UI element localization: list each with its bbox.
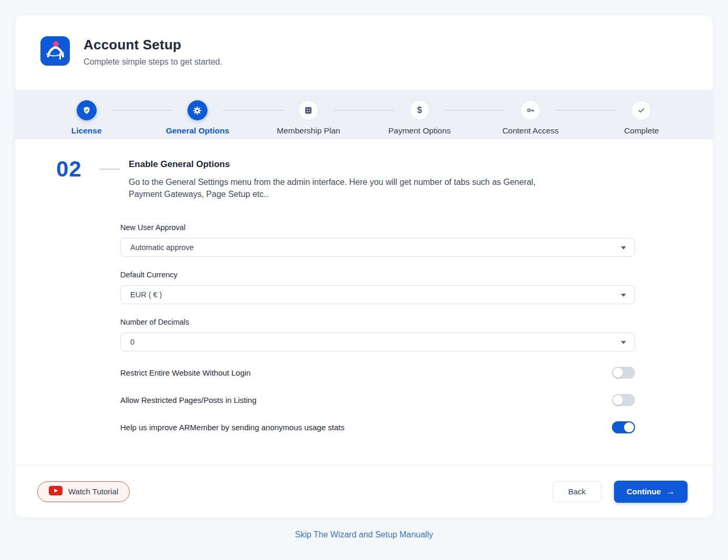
restrict-website-label: Restrict Entire Website Without Login xyxy=(120,368,251,377)
step-label-content-access: Content Access xyxy=(502,126,559,136)
divider-dash xyxy=(99,169,120,170)
number-of-decimals-value: 0 xyxy=(130,338,134,346)
number-of-decimals-label: Number of Decimals xyxy=(120,318,635,326)
toggle-row-restrict-website: Restrict Entire Website Without Login xyxy=(120,366,635,379)
step-label-membership-plan: Membership Plan xyxy=(277,126,340,136)
chevron-down-icon xyxy=(621,294,626,297)
usage-stats-toggle[interactable] xyxy=(612,421,635,433)
toggle-row-usage-stats: Help us improve ARMember by sending anon… xyxy=(120,421,635,433)
default-currency-select[interactable]: EUR ( € ) xyxy=(120,285,635,304)
default-currency-value: EUR ( € ) xyxy=(130,291,162,299)
step-content: 02 Enable General Options Go to the Gene… xyxy=(15,139,713,465)
chevron-down-icon xyxy=(621,246,626,250)
step-content-access[interactable]: Content Access xyxy=(475,100,586,139)
step-complete[interactable]: Complete xyxy=(586,100,697,139)
general-options-form: New User Approval Automatic approve Defa… xyxy=(120,223,635,433)
step-description: Go to the General Settings menu from the… xyxy=(129,177,565,200)
toggle-knob xyxy=(624,422,634,432)
arrow-right-icon: → xyxy=(666,486,675,497)
back-button[interactable]: Back xyxy=(553,481,601,502)
watch-tutorial-button[interactable]: Watch Tutorial xyxy=(37,481,130,502)
allow-restricted-listing-label: Allow Restricted Pages/Posts in Listing xyxy=(120,396,256,405)
wizard-footer: Watch Tutorial Back Continue → xyxy=(15,465,713,517)
dollar-icon: $ xyxy=(410,100,430,120)
account-setup-card: Account Setup Complete simple steps to g… xyxy=(15,15,713,518)
new-user-approval-select[interactable]: Automatic approve xyxy=(120,238,635,257)
key-icon xyxy=(521,100,540,120)
field-number-of-decimals: Number of Decimals 0 xyxy=(120,318,635,351)
step-number: 02 xyxy=(56,158,99,180)
new-user-approval-label: New User Approval xyxy=(120,223,635,232)
chevron-down-icon xyxy=(621,341,626,344)
step-label-general-options: General Options xyxy=(166,126,230,136)
check-icon xyxy=(631,100,651,120)
toggle-row-allow-restricted-listing: Allow Restricted Pages/Posts in Listing xyxy=(120,393,635,406)
header: Account Setup Complete simple steps to g… xyxy=(15,15,713,90)
field-default-currency: Default Currency EUR ( € ) xyxy=(120,271,635,304)
setup-stepper: License General Options xyxy=(15,90,713,139)
step-membership-plan[interactable]: Membership Plan xyxy=(253,100,364,139)
default-currency-label: Default Currency xyxy=(120,271,635,279)
step-label-license: License xyxy=(71,126,102,136)
page-title: Account Setup xyxy=(84,37,222,53)
step-heading: Enable General Options xyxy=(129,158,565,170)
field-new-user-approval: New User Approval Automatic approve xyxy=(120,223,635,257)
allow-restricted-listing-toggle[interactable] xyxy=(612,394,635,406)
step-license[interactable]: License xyxy=(31,100,142,139)
step-info: Enable General Options Go to the General… xyxy=(129,158,565,200)
shield-check-icon xyxy=(77,100,97,120)
toggle-knob xyxy=(613,368,623,378)
step-label-payment-options: Payment Options xyxy=(388,126,451,136)
watch-tutorial-label: Watch Tutorial xyxy=(68,487,118,496)
continue-button[interactable]: Continue → xyxy=(614,481,688,503)
page-subtitle: Complete simple steps to get started. xyxy=(84,57,222,67)
step-payment-options[interactable]: $ Payment Options xyxy=(364,100,475,139)
step-label-complete: Complete xyxy=(624,126,659,136)
restrict-website-toggle[interactable] xyxy=(612,367,635,379)
youtube-icon xyxy=(49,486,63,497)
usage-stats-label: Help us improve ARMember by sending anon… xyxy=(120,423,345,432)
gear-icon xyxy=(188,100,207,120)
step-intro: 02 Enable General Options Go to the Gene… xyxy=(56,158,673,200)
step-general-options[interactable]: General Options xyxy=(142,100,253,139)
footer-actions: Back Continue → xyxy=(553,481,688,503)
membership-card-icon xyxy=(298,100,318,120)
continue-label: Continue xyxy=(627,487,661,496)
skip-wizard-link[interactable]: Skip The Wizard and Setup Manually xyxy=(295,530,433,539)
new-user-approval-value: Automatic approve xyxy=(130,243,194,252)
number-of-decimals-select[interactable]: 0 xyxy=(120,333,635,351)
skip-wizard-wrap: Skip The Wizard and Setup Manually xyxy=(15,530,713,540)
armember-logo-icon xyxy=(40,36,70,66)
header-text: Account Setup Complete simple steps to g… xyxy=(84,36,222,67)
toggle-knob xyxy=(613,395,623,405)
